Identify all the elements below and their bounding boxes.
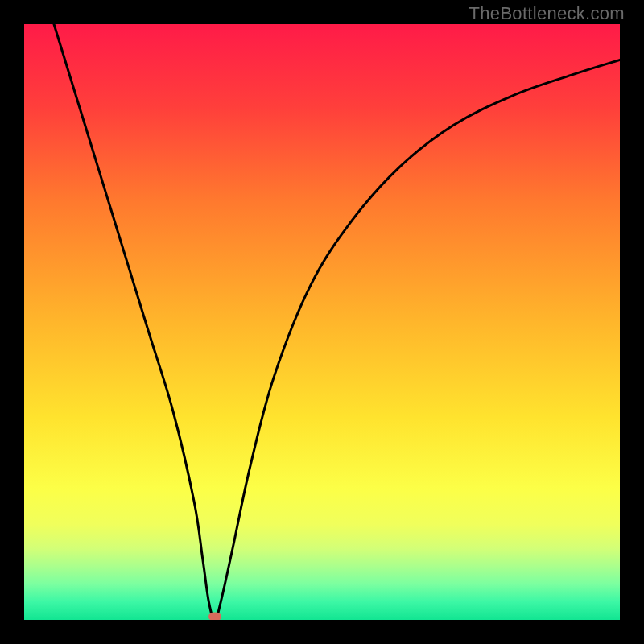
bottleneck-curve [24,24,620,620]
plot-area [24,24,620,620]
watermark: TheBottleneck.com [469,3,625,24]
chart-frame: TheBottleneck.com [0,0,644,644]
curve-path [54,24,620,620]
optimum-marker-icon [208,613,221,620]
